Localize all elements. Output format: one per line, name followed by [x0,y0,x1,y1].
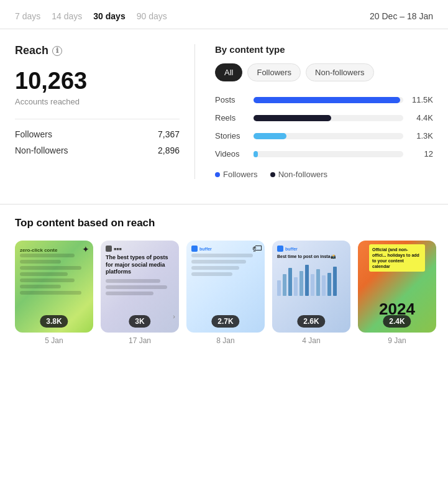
card-brand-3: buffer [199,247,212,251]
card-date-5: 9 Jan [388,336,406,345]
bar-row-reels: Reels 4.4K [215,113,433,122]
card-badge-2: 3K [129,315,150,328]
filter-90days[interactable]: 90 days [137,11,167,21]
card-headline-4: Best time to post on insta📸 [277,254,345,259]
card-brand-2: ■■■ [114,247,122,251]
bar-row-stories: Stories 1.3K [215,131,433,140]
filter-14days[interactable]: 14 days [52,11,82,21]
reach-breakdown: Followers 7,367 Non-followers 2,896 [15,119,180,155]
followers-label: Followers [15,129,52,139]
card-logo-2 [106,246,112,252]
top-content-title: Top content based on reach [0,217,448,229]
svg-rect-2 [288,268,292,296]
card-header-4: buffer [277,246,345,252]
mock-line-1a [20,254,75,257]
content-card-5[interactable]: Official (and non-offici... holidays to … [358,241,436,345]
bar-track-stories [254,133,403,139]
mock-line-3d [191,272,232,276]
card-badge-1: 3.8K [40,315,68,328]
card-text-1: zero-click conte [20,246,88,254]
svg-rect-5 [305,265,309,296]
reach-title-row: Reach ℹ [15,44,180,57]
svg-rect-9 [327,273,331,296]
legend-followers: Followers [215,170,258,179]
svg-rect-3 [294,277,298,296]
bar-label-reels: Reels [215,113,247,122]
reach-row-followers: Followers 7,367 [15,129,180,139]
bar-value-reels: 4.4K [409,113,433,122]
card-badge-3: 2.7K [211,315,239,328]
tab-all[interactable]: All [215,63,242,81]
tag-icon-3: 🏷 [252,243,262,254]
followers-value: 7,367 [158,129,180,139]
chart-legend: Followers Non-followers [215,170,433,179]
card-brand-4: buffer [285,247,298,251]
card-body-2 [106,279,174,298]
bar-value-stories: 1.3K [409,131,433,140]
reach-section: Reach ℹ 10,263 Accounts reached Follower… [15,44,433,179]
content-cards: zero-click conte ✦ 3.8K 5 Jan ■■■ The [0,241,448,357]
date-filter-bar: 7 days 14 days 30 days 90 days 20 Dec – … [0,0,448,29]
reach-total: 10,263 [15,68,180,94]
card-badge-5: 2.4K [383,315,411,328]
content-card-4[interactable]: buffer Best time to post on insta📸 [272,241,350,345]
mock-line-2c [106,292,153,295]
card-thumbnail-2: ■■■ The best types of posts for major so… [101,241,179,333]
bar-value-posts: 11.5K [409,95,433,104]
content-card-1[interactable]: zero-click conte ✦ 3.8K 5 Jan [15,241,93,345]
card-headline-2: The best types of posts for major social… [106,254,174,276]
section-divider [0,204,448,205]
tab-nonfollowers[interactable]: Non-followers [306,63,373,81]
bar-label-posts: Posts [215,95,247,104]
star-icon-1: ✦ [82,244,89,254]
svg-rect-4 [299,271,303,296]
card-thumbnail-5: Official (and non-offici... holidays to … [358,241,436,333]
bar-label-videos: Videos [215,149,247,159]
card-thumbnail-3: buffer 🏷 2.7K [186,241,265,333]
bar-fill-stories [254,133,286,139]
filter-7days[interactable]: 7 days [15,11,40,21]
legend-label-nonfollowers: Non-followers [278,170,327,179]
card-thumbnail-1: zero-click conte ✦ 3.8K [15,241,93,333]
mock-line-3b [191,260,246,264]
mock-line-3a [191,254,253,257]
filter-tabs: All Followers Non-followers [215,63,433,81]
date-filters: 7 days 14 days 30 days 90 days [15,11,167,21]
bar-label-stories: Stories [215,131,247,140]
bar-row-posts: Posts 11.5K [215,95,433,104]
mock-line-1d [20,272,68,276]
nonfollowers-value: 2,896 [158,145,180,155]
bar-fill-reels [254,115,331,121]
sticky-text-5: Official (and non-offici... holidays to … [372,247,422,269]
reach-row-nonfollowers: Non-followers 2,896 [15,145,180,155]
card-header-2: ■■■ [106,246,174,252]
content-card-3[interactable]: buffer 🏷 2.7K 8 Jan [186,241,265,345]
mock-line-1g [20,291,81,295]
bar-track-reels [254,115,403,121]
arrow-icon-2: › [173,313,175,320]
card-badge-4: 2.6K [297,315,325,328]
sticky-note-5: Official (and non-offici... holidays to … [369,244,425,272]
legend-nonfollowers: Non-followers [270,170,327,179]
mini-chart-4 [277,262,339,296]
svg-rect-8 [322,275,326,296]
mock-line-1c [20,266,81,270]
mock-line-1b [20,260,61,264]
card-date-3: 8 Jan [216,336,234,345]
card-header-3: buffer [191,246,260,252]
legend-dot-followers [215,172,220,177]
filter-30days[interactable]: 30 days [93,11,125,21]
reach-info-icon[interactable]: ℹ [52,46,62,56]
legend-label-followers: Followers [223,170,258,179]
content-card-2[interactable]: ■■■ The best types of posts for major so… [101,241,179,345]
date-range: 20 Dec – 18 Jan [370,11,433,21]
content-type-title: By content type [215,44,433,55]
tab-followers[interactable]: Followers [247,63,301,81]
bar-rows: Posts 11.5K Reels 4.4K Stories [215,95,433,159]
card-logo-3 [191,246,198,252]
card-date-1: 5 Jan [45,336,63,345]
bar-track-videos [254,151,403,157]
card-date-4: 4 Jan [302,336,320,345]
main-content: Reach ℹ 10,263 Accounts reached Follower… [0,29,448,189]
mock-line-2a [106,279,160,283]
